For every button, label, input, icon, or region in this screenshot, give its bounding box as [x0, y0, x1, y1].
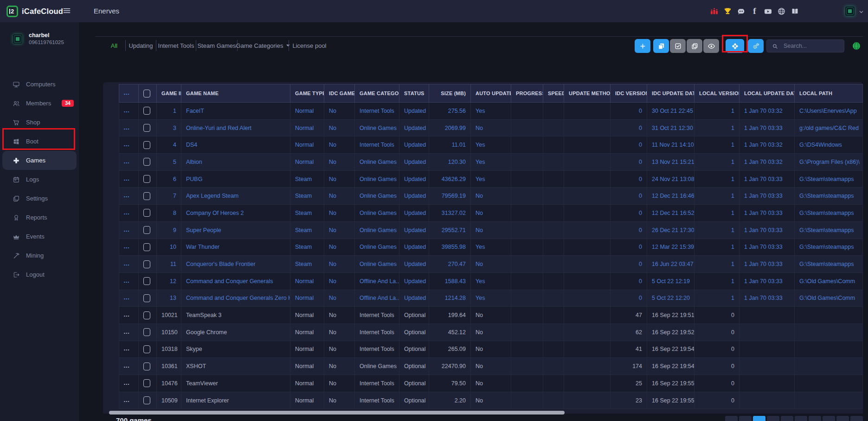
game-name-link[interactable]: Google Chrome [181, 324, 290, 341]
game-name-link[interactable]: Skype [181, 341, 290, 358]
show-hidden-button[interactable] [703, 39, 719, 53]
game-name-link[interactable]: TeamViewer [181, 375, 290, 392]
sidebar-item-members[interactable]: Members34 [2, 94, 77, 113]
row-actions-menu[interactable]: ••• [124, 194, 130, 199]
page-button[interactable] [823, 416, 835, 421]
sidebar-item-events[interactable]: Events [2, 227, 77, 246]
ranking-icon[interactable] [709, 5, 720, 17]
page-button[interactable] [836, 416, 849, 421]
game-name-link[interactable]: Internet Explorer [181, 392, 290, 409]
row-actions-menu[interactable]: ••• [124, 280, 130, 284]
game-name-link[interactable]: Albion [181, 154, 290, 171]
row-checkbox[interactable] [143, 192, 150, 200]
row-actions-menu[interactable]: ••• [124, 178, 130, 182]
row-checkbox[interactable] [143, 260, 150, 268]
facebook-icon[interactable]: f [749, 5, 760, 17]
page-button[interactable] [795, 416, 807, 421]
row-checkbox[interactable] [143, 107, 150, 115]
row-actions-menu[interactable]: ••• [124, 331, 130, 335]
row-actions-menu[interactable]: ••• [124, 127, 130, 131]
tab-internet-tools[interactable]: Internet Tools [156, 39, 196, 52]
row-actions-menu[interactable]: ••• [124, 263, 130, 267]
sidebar-item-shop[interactable]: Shop [2, 113, 77, 132]
game-name-link[interactable]: Super People [181, 221, 290, 239]
game-name-link[interactable]: DS4 [181, 136, 290, 154]
row-checkbox[interactable] [143, 209, 150, 217]
copy-games-button[interactable] [687, 39, 702, 53]
sidebar-item-mining[interactable]: Mining [2, 246, 77, 265]
avatar[interactable] [845, 6, 855, 16]
game-center-button[interactable] [726, 39, 744, 53]
sidebar-item-logout[interactable]: Logout [2, 265, 77, 284]
game-name-link[interactable]: PUBG [181, 170, 290, 188]
sidebar-item-games[interactable]: Games [2, 151, 77, 170]
search-input[interactable] [783, 42, 836, 50]
page-button[interactable] [781, 416, 793, 421]
row-actions-menu[interactable]: ••• [124, 348, 130, 352]
row-checkbox[interactable] [143, 158, 150, 166]
game-name-link[interactable]: Command and Conquer Generals Zero Hour [181, 290, 290, 307]
row-actions-menu[interactable]: ••• [124, 399, 130, 403]
row-actions-menu[interactable]: ••• [124, 382, 130, 386]
sidebar-item-logs[interactable]: Logs [2, 170, 77, 189]
game-name-link[interactable]: TeamSpeak 3 [181, 307, 290, 324]
row-checkbox[interactable] [143, 226, 150, 234]
sidebar-item-reports[interactable]: Reports [2, 208, 77, 227]
row-checkbox[interactable] [143, 277, 150, 285]
page-button[interactable] [767, 416, 779, 421]
duplicate-button[interactable] [653, 39, 669, 53]
tab-game-categories[interactable]: Game Categories [238, 39, 289, 52]
tab-all[interactable]: All [103, 39, 125, 52]
row-actions-menu[interactable]: ••• [124, 110, 130, 114]
row-checkbox[interactable] [143, 396, 150, 404]
header-actions-menu[interactable]: ••• [124, 92, 130, 96]
sidebar-item-boot[interactable]: Boot [2, 132, 77, 151]
book-icon[interactable] [790, 5, 800, 17]
row-checkbox[interactable] [143, 328, 150, 336]
row-checkbox[interactable] [143, 141, 150, 149]
sidebar-item-computers[interactable]: Computers [2, 75, 77, 94]
trophy-icon[interactable] [722, 5, 733, 17]
row-actions-menu[interactable]: ••• [124, 246, 130, 250]
tab-updating[interactable]: Updating [126, 39, 156, 52]
page-button[interactable] [809, 416, 821, 421]
game-name-link[interactable]: Online-Yuri and Red Alert [181, 119, 290, 136]
row-checkbox[interactable] [143, 243, 150, 251]
page-button[interactable] [753, 416, 765, 421]
row-actions-menu[interactable]: ••• [124, 314, 130, 318]
language-globe-icon[interactable] [852, 41, 861, 52]
chevron-down-icon[interactable] [858, 8, 864, 17]
game-name-link[interactable]: Company Of Heroes 2 [181, 205, 290, 222]
globe-icon[interactable] [776, 5, 787, 17]
menu-toggle-icon[interactable] [62, 6, 71, 17]
page-button[interactable] [739, 416, 752, 421]
row-checkbox[interactable] [143, 363, 150, 370]
tab-license-pool[interactable]: License pool [289, 39, 330, 52]
row-actions-menu[interactable]: ••• [124, 161, 130, 165]
page-button[interactable] [725, 416, 738, 421]
row-actions-menu[interactable]: ••• [124, 212, 130, 216]
page-button[interactable] [850, 416, 863, 421]
tab-steam-games[interactable]: Steam Games [196, 39, 237, 52]
game-name-link[interactable]: War Thunder [181, 239, 290, 256]
select-all-checkbox[interactable] [143, 90, 150, 97]
game-name-link[interactable]: Command and Conquer Generals [181, 272, 290, 290]
row-checkbox[interactable] [143, 311, 150, 319]
select-games-button[interactable] [670, 39, 686, 53]
game-name-link[interactable]: FaceIT [181, 103, 290, 120]
row-actions-menu[interactable]: ••• [124, 143, 130, 148]
discord-icon[interactable] [736, 5, 746, 17]
game-name-link[interactable]: Apex Legend Steam [181, 188, 290, 205]
row-checkbox[interactable] [143, 124, 150, 132]
add-game-button[interactable] [635, 39, 650, 53]
row-checkbox[interactable] [143, 294, 150, 302]
game-name-link[interactable]: Conqueror's Blade Frontier [181, 256, 290, 273]
game-settings-button[interactable] [748, 39, 764, 53]
row-actions-menu[interactable]: ••• [124, 365, 130, 369]
row-actions-menu[interactable]: ••• [124, 229, 130, 233]
sidebar-item-settings[interactable]: Settings [2, 189, 77, 208]
row-checkbox[interactable] [143, 345, 150, 353]
game-name-link[interactable]: XSHOT [181, 358, 290, 375]
horizontal-scrollbar[interactable] [109, 411, 565, 415]
row-checkbox[interactable] [143, 175, 150, 183]
